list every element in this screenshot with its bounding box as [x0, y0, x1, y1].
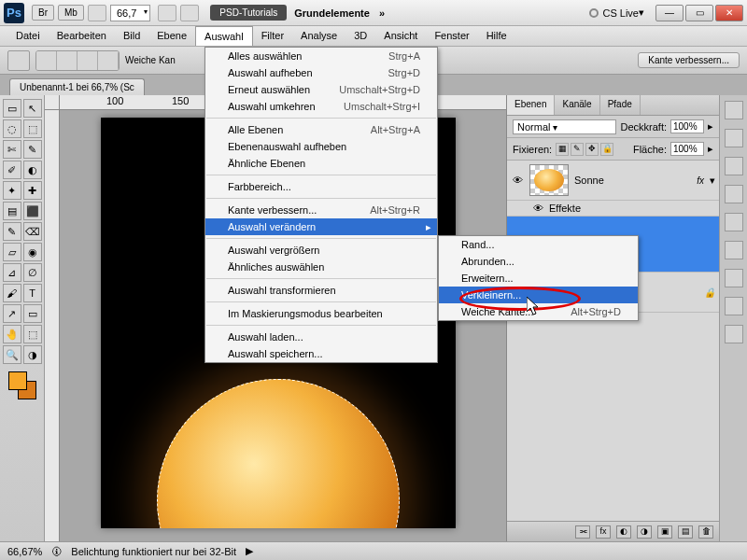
workspace-grundelemente[interactable]: Grundelemente [294, 7, 370, 19]
menuitem-erneut-ausw-hlen[interactable]: Erneut auswählenUmschalt+Strg+D [205, 81, 437, 98]
menu-hilfe[interactable]: Hilfe [478, 26, 515, 46]
color-swatches[interactable] [8, 371, 36, 399]
new-layer-icon[interactable]: ▤ [678, 525, 693, 539]
layer-thumbnail[interactable] [529, 164, 569, 196]
menuitem-auswahl-aufheben[interactable]: Auswahl aufhebenStrg+D [205, 64, 437, 81]
tool-8[interactable]: ✦ [3, 181, 21, 200]
submenuitem-abrunden-[interactable]: Abrunden... [439, 253, 638, 270]
tool-12[interactable]: ✎ [3, 222, 21, 241]
screen-mode-icon[interactable] [180, 5, 199, 21]
group-icon[interactable]: ▣ [657, 525, 672, 539]
view-extras-icon[interactable] [88, 5, 106, 21]
menuitem-farbbereich-[interactable]: Farbbereich... [205, 178, 437, 195]
menu-filter[interactable]: Filter [253, 26, 292, 46]
tool-1[interactable]: ↖ [23, 99, 42, 118]
menuitem-alle-ebenen[interactable]: Alle EbenenAlt+Strg+A [205, 121, 437, 138]
tool-5[interactable]: ✎ [23, 140, 42, 159]
dock-icon-4[interactable] [725, 185, 743, 203]
link-layers-icon[interactable]: ⫘ [575, 525, 590, 539]
document-tab[interactable]: Unbenannt-1 bei 66,7% (Sc [9, 78, 145, 95]
tool-16[interactable]: ⊿ [3, 263, 21, 282]
workspace-more[interactable]: » [379, 7, 385, 19]
tool-20[interactable]: ↗ [3, 304, 21, 323]
menuitem-alles-ausw-hlen[interactable]: Alles auswählenStrg+A [205, 48, 437, 64]
tab-ebenen[interactable]: Ebenen [507, 95, 555, 115]
opacity-value[interactable]: 100% [670, 119, 704, 133]
menu-bearbeiten[interactable]: Bearbeiten [49, 26, 115, 46]
mask-icon[interactable]: ◐ [616, 525, 631, 539]
menu-bild[interactable]: Bild [115, 26, 148, 46]
layer-sonne[interactable]: 👁 Sonne fx▾ [507, 161, 719, 201]
dock-icon-2[interactable] [725, 129, 743, 147]
menu-auswahl[interactable]: Auswahl [195, 26, 253, 46]
menu-datei[interactable]: Datei [7, 26, 49, 46]
blend-mode-select[interactable]: Normal ▾ [513, 119, 616, 134]
tab-kanaele[interactable]: Kanäle [555, 95, 599, 115]
dock-icon-1[interactable] [725, 101, 743, 119]
dock-icon-7[interactable] [725, 269, 743, 287]
visibility-toggle[interactable]: 👁 [511, 174, 524, 187]
zoom-select[interactable]: 66,7 [110, 5, 150, 21]
menuitem-kante-verbessern-[interactable]: Kante verbessern...Alt+Strg+R [205, 202, 437, 218]
tool-3[interactable]: ⬚ [23, 119, 42, 138]
tool-4[interactable]: ✄ [3, 140, 21, 159]
tab-pfade[interactable]: Pfade [600, 95, 641, 115]
tool-11[interactable]: ⬛ [23, 202, 42, 220]
menu-analyse[interactable]: Analyse [292, 26, 345, 46]
foreground-color[interactable] [8, 371, 27, 390]
menuitem-im-maskierungsmodus-bearbeiten[interactable]: Im Maskierungsmodus bearbeiten [205, 305, 437, 322]
dock-icon-8[interactable] [725, 297, 743, 315]
selection-mode-group[interactable] [35, 50, 120, 71]
dock-icon-9[interactable] [725, 325, 743, 343]
menuitem-auswahl-transformieren[interactable]: Auswahl transformieren [205, 282, 437, 299]
menuitem-auswahl-speichern-[interactable]: Auswahl speichern... [205, 345, 437, 362]
cs-live[interactable]: CS Live ▾ [589, 7, 644, 19]
trash-icon[interactable]: 🗑 [698, 525, 713, 539]
tool-22[interactable]: 🤚 [3, 325, 21, 343]
arrange-icon[interactable] [158, 5, 176, 21]
tool-10[interactable]: ▤ [3, 202, 21, 220]
menuitem-auswahl-ver-ndern[interactable]: Auswahl verändern [205, 218, 437, 235]
menu-fenster[interactable]: Fenster [426, 26, 477, 46]
maximize-button[interactable]: ▭ [685, 5, 713, 21]
dock-icon-3[interactable] [725, 157, 743, 175]
tool-0[interactable]: ▭ [3, 99, 21, 118]
tool-preset-icon[interactable] [7, 50, 30, 71]
visibility-toggle[interactable]: 👁 [533, 203, 543, 214]
tool-21[interactable]: ▭ [23, 304, 42, 323]
lock-icons[interactable]: ▦✎✥🔒 [556, 142, 615, 156]
menuitem-auswahl-umkehren[interactable]: Auswahl umkehrenUmschalt+Strg+I [205, 98, 437, 115]
tool-19[interactable]: T [23, 284, 42, 302]
tool-25[interactable]: ◑ [23, 345, 42, 364]
tool-13[interactable]: ⌫ [23, 222, 42, 241]
status-arrow[interactable]: ▶ [246, 545, 253, 557]
status-zoom[interactable]: 66,67% [7, 546, 42, 557]
menuitem--hnliches-ausw-hlen[interactable]: Ähnliches auswählen [205, 259, 437, 275]
tool-15[interactable]: ◉ [23, 243, 42, 261]
menu-ansicht[interactable]: Ansicht [375, 26, 426, 46]
menuitem-auswahl-vergr-ern[interactable]: Auswahl vergrößern [205, 242, 437, 259]
adjustment-icon[interactable]: ◑ [637, 525, 652, 539]
menuitem-ebenenauswahl-aufheben[interactable]: Ebenenauswahl aufheben [205, 138, 437, 155]
tool-9[interactable]: ✚ [23, 181, 42, 200]
menu-ebene[interactable]: Ebene [148, 26, 195, 46]
menu-3d[interactable]: 3D [345, 26, 375, 46]
tool-7[interactable]: ◐ [23, 161, 42, 179]
minibridge-button[interactable]: Mb [58, 5, 84, 21]
fx-icon[interactable]: fx [596, 525, 611, 539]
tool-2[interactable]: ◌ [3, 119, 21, 138]
tool-6[interactable]: ✐ [3, 161, 21, 179]
tool-24[interactable]: 🔍 [3, 345, 21, 364]
fx-badge[interactable]: fx [697, 175, 704, 186]
dock-icon-6[interactable] [725, 241, 743, 259]
tool-18[interactable]: 🖌 [3, 284, 21, 302]
minimize-button[interactable]: — [655, 5, 684, 21]
tool-23[interactable]: ⬚ [23, 325, 42, 343]
submenuitem-rand-[interactable]: Rand... [439, 236, 638, 253]
effects-row[interactable]: 👁 Effekte [507, 201, 719, 217]
refine-edge-button[interactable]: Kante verbessern... [638, 52, 740, 68]
tool-14[interactable]: ▱ [3, 243, 21, 261]
tool-17[interactable]: ∅ [23, 263, 42, 282]
menuitem--hnliche-ebenen[interactable]: Ähnliche Ebenen [205, 155, 437, 172]
submenuitem-erweitern-[interactable]: Erweitern... [439, 270, 638, 287]
